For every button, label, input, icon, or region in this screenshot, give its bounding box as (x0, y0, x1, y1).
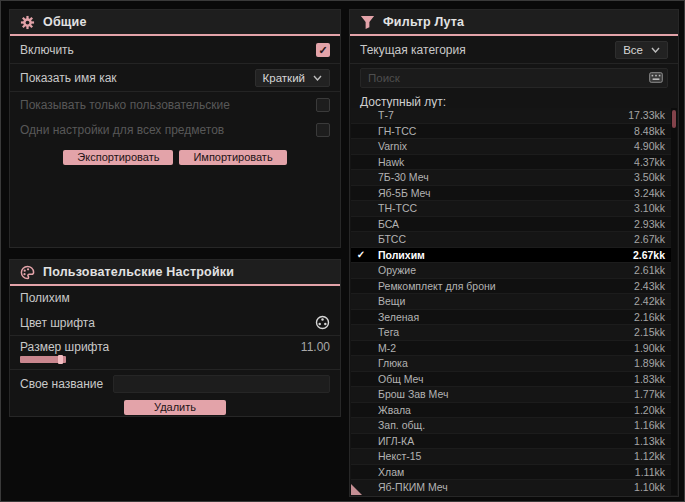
loot-scrollbar[interactable] (671, 108, 677, 495)
check-icon: ✓ (351, 234, 371, 245)
loot-item-name: БТСС (371, 233, 634, 245)
show-name-combo[interactable]: Краткий (255, 69, 330, 87)
check-icon: ✓ (351, 358, 371, 369)
loot-item-name: БСА (371, 218, 634, 230)
font-size-value: 11.00 (301, 340, 330, 354)
loot-item-name: Брош Зав Меч (371, 388, 634, 400)
user-settings-panel-title: Пользовательские Настройки (43, 265, 234, 279)
only-custom-checkbox[interactable] (316, 98, 330, 112)
custom-name-label: Свое название (20, 377, 103, 391)
loot-item-value: 17.33kk (628, 109, 677, 121)
mod-menu-window: Общие Включить ✓ Показать имя как Кратки… (0, 0, 685, 502)
loot-list: ✓ Т-7 17.33kk ✓ ГН-ТСС 8.48kk ✓ Varnix 4… (351, 108, 677, 495)
enable-checkbox[interactable]: ✓ (316, 43, 330, 57)
export-button[interactable]: Экспортировать (63, 150, 173, 165)
check-icon: ✓ (351, 404, 371, 415)
font-size-label: Размер шрифта (20, 340, 109, 354)
loot-row[interactable]: ✓ Ремкомплект для брони 2.43kk (351, 279, 677, 295)
loot-row[interactable]: ✓ БСА 2.93kk (351, 217, 677, 233)
loot-filter-panel-header[interactable]: Фильтр Лута (350, 10, 678, 36)
loot-row[interactable]: ✓ Вещи 2.42kk (351, 294, 677, 310)
loot-row[interactable]: ✓ ГН-ТСС 8.48kk (351, 124, 677, 140)
loot-item-name: 7Б-30 Меч (371, 171, 634, 183)
resize-grip[interactable] (351, 484, 362, 495)
check-icon: ✓ (351, 451, 371, 462)
show-name-value: Краткий (263, 72, 305, 84)
search-row (360, 68, 668, 88)
loot-item-name: Жвала (371, 404, 634, 416)
general-panel: Общие Включить ✓ Показать имя как Кратки… (9, 9, 341, 248)
selected-item-name: Полихим (20, 291, 70, 305)
import-button[interactable]: Импортировать (179, 150, 286, 165)
only-custom-row: Показывать только пользовательские (10, 92, 340, 117)
loot-row[interactable]: ✓ БТСС 2.67kk (351, 232, 677, 248)
loot-item-name: Общ Меч (371, 373, 634, 385)
user-settings-panel-header[interactable]: Пользовательские Настройки (10, 260, 340, 286)
search-input[interactable] (360, 68, 668, 88)
loot-row[interactable]: ✓ Оружие 2.61kk (351, 263, 677, 279)
color-wheel-icon[interactable] (315, 315, 330, 330)
loot-row[interactable]: ✓ Тега 2.15kk (351, 325, 677, 341)
loot-item-name: Тега (371, 326, 634, 338)
loot-row[interactable]: ✓ Яб-5Б Меч 3.24kk (351, 186, 677, 202)
loot-row[interactable]: ✓ ТН-ТСС 3.10kk (351, 201, 677, 217)
same-settings-checkbox[interactable] (316, 123, 330, 137)
loot-row[interactable]: ✓ Брош Зав Меч 1.77kk (351, 387, 677, 403)
loot-row[interactable]: ✓ Глюка 1.89kk (351, 356, 677, 372)
loot-row[interactable]: ✓ 7Б-30 Меч 3.50kk (351, 170, 677, 186)
font-size-slider[interactable] (20, 356, 66, 363)
same-settings-row: Одни настройки для всех предметов (10, 117, 340, 142)
loot-row[interactable]: ✓ Полихим 2.67kk (351, 248, 677, 264)
category-value: Все (623, 44, 643, 56)
general-panel-header[interactable]: Общие (10, 10, 340, 36)
custom-name-row: Свое название (10, 370, 340, 398)
enable-row: Включить ✓ (10, 36, 340, 64)
check-icon: ✓ (351, 311, 371, 322)
selected-item-row: Полихим (10, 286, 340, 310)
loot-row[interactable]: ✓ ИГЛ-КА 1.13kk (351, 434, 677, 450)
loot-row[interactable]: ✓ Некст-15 1.12kk (351, 449, 677, 465)
chevron-down-icon (651, 47, 660, 53)
general-panel-title: Общие (43, 15, 87, 29)
check-icon: ✓ (351, 342, 371, 353)
loot-filter-panel: Фильтр Лута Текущая категория Все Доступ… (349, 9, 679, 497)
custom-name-input[interactable] (113, 375, 330, 393)
check-icon: ✓ (351, 296, 371, 307)
loot-row[interactable]: ✓ Зеленая 2.16kk (351, 310, 677, 326)
check-icon: ✓ (351, 420, 371, 431)
palette-icon (20, 265, 35, 280)
loot-item-name: Яб-ПКИМ Меч (371, 481, 634, 493)
loot-row[interactable]: ✓ Зап. общ. 1.16kk (351, 418, 677, 434)
check-icon: ✓ (351, 156, 371, 167)
gear-icon (20, 15, 35, 30)
delete-button[interactable]: Удалить (124, 400, 226, 415)
loot-row[interactable]: ✓ Общ Меч 1.83kk (351, 372, 677, 388)
loot-row[interactable]: ✓ Т-7 17.33kk (351, 108, 677, 124)
loot-row[interactable]: ✓ Хлам 1.11kk (351, 465, 677, 481)
check-icon: ✓ (351, 125, 371, 136)
category-combo[interactable]: Все (615, 41, 668, 59)
loot-item-name: Ремкомплект для брони (371, 280, 634, 292)
scrollbar-thumb[interactable] (672, 110, 676, 128)
loot-row[interactable]: ✓ Hawk 4.37kk (351, 155, 677, 171)
keyboard-icon[interactable] (649, 72, 663, 83)
loot-item-name: Вещи (371, 295, 634, 307)
check-icon: ✓ (351, 435, 371, 446)
same-settings-label: Одни настройки для всех предметов (20, 123, 224, 137)
loot-item-name: М-2 (371, 342, 634, 354)
loot-item-name: Оружие (371, 264, 634, 276)
loot-row[interactable]: ✓ Жвала 1.20kk (351, 403, 677, 419)
loot-row[interactable]: ✓ Varnix 4.90kk (351, 139, 677, 155)
loot-filter-panel-title: Фильтр Лута (383, 15, 464, 29)
check-icon: ✓ (351, 172, 371, 183)
funnel-icon (360, 15, 375, 30)
loot-item-name: Hawk (371, 156, 634, 168)
loot-item-name: Зап. общ. (371, 419, 634, 431)
loot-item-name: Полихим (371, 249, 633, 261)
check-icon: ✓ (351, 141, 371, 152)
loot-row[interactable]: ✓ М-2 1.90kk (351, 341, 677, 357)
loot-item-name: Varnix (371, 140, 634, 152)
loot-row[interactable]: ✓ Яб-ПКИМ Меч 1.10kk (351, 480, 677, 495)
slider-grab[interactable] (58, 355, 63, 364)
check-icon: ✓ (351, 373, 371, 384)
